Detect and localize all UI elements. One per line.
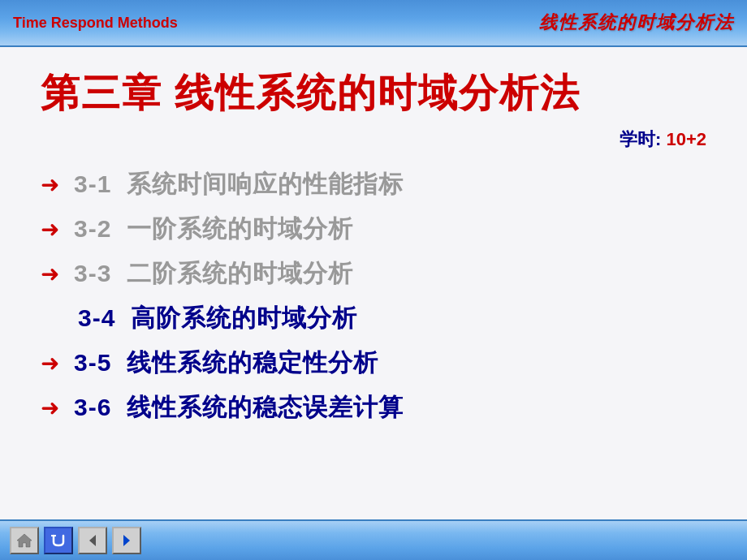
- bottom-nav-bar: [0, 519, 747, 560]
- home-button[interactable]: [10, 527, 39, 554]
- arrow-icon-2: ➜: [41, 218, 59, 241]
- menu-text-3-3[interactable]: 3-3 二阶系统的时域分析: [74, 257, 353, 291]
- list-item: 3-4 高阶系统的时域分析: [41, 302, 706, 335]
- list-item: ➜ 3-2 一阶系统的时域分析: [41, 213, 706, 246]
- list-item: ➜ 3-1 系统时间响应的性能指标: [41, 168, 706, 201]
- next-button[interactable]: [112, 527, 141, 554]
- svg-marker-2: [89, 535, 96, 546]
- arrow-icon-3: ➜: [41, 263, 59, 286]
- menu-list: ➜ 3-1 系统时间响应的性能指标 ➜ 3-2 一阶系统的时域分析 ➜ 3-3 …: [41, 168, 706, 424]
- svg-marker-3: [123, 535, 130, 546]
- arrow-icon-6: ➜: [41, 397, 59, 420]
- top-bar-title: Time Respond Methods: [13, 15, 178, 32]
- study-hours: 学时: 10+2: [41, 127, 706, 152]
- study-hours-value: 10+2: [666, 129, 706, 149]
- top-bar-subtitle: 线性系统的时域分析法: [539, 11, 734, 35]
- menu-text-3-1[interactable]: 3-1 系统时间响应的性能指标: [74, 168, 404, 201]
- menu-text-3-6[interactable]: 3-6 线性系统的稳态误差计算: [74, 391, 404, 424]
- list-item: ➜ 3-6 线性系统的稳态误差计算: [41, 391, 706, 424]
- chapter-title: 第三章 线性系统的时域分析法: [41, 67, 706, 119]
- back-button[interactable]: [44, 527, 73, 554]
- study-hours-label: 学时:: [620, 129, 666, 149]
- prev-button[interactable]: [78, 527, 107, 554]
- svg-marker-0: [17, 534, 32, 547]
- list-item: ➜ 3-5 线性系统的稳定性分析: [41, 347, 706, 380]
- menu-text-3-2[interactable]: 3-2 一阶系统的时域分析: [74, 213, 353, 246]
- arrow-icon-5: ➜: [41, 352, 59, 375]
- list-item: ➜ 3-3 二阶系统的时域分析: [41, 257, 706, 291]
- arrow-icon-1: ➜: [41, 174, 59, 196]
- menu-text-3-5[interactable]: 3-5 线性系统的稳定性分析: [74, 347, 378, 380]
- main-content: 第三章 线性系统的时域分析法 学时: 10+2 ➜ 3-1 系统时间响应的性能指…: [0, 47, 747, 519]
- top-bar: Time Respond Methods 线性系统的时域分析法: [0, 0, 747, 47]
- menu-text-3-4[interactable]: 3-4 高阶系统的时域分析: [78, 302, 357, 335]
